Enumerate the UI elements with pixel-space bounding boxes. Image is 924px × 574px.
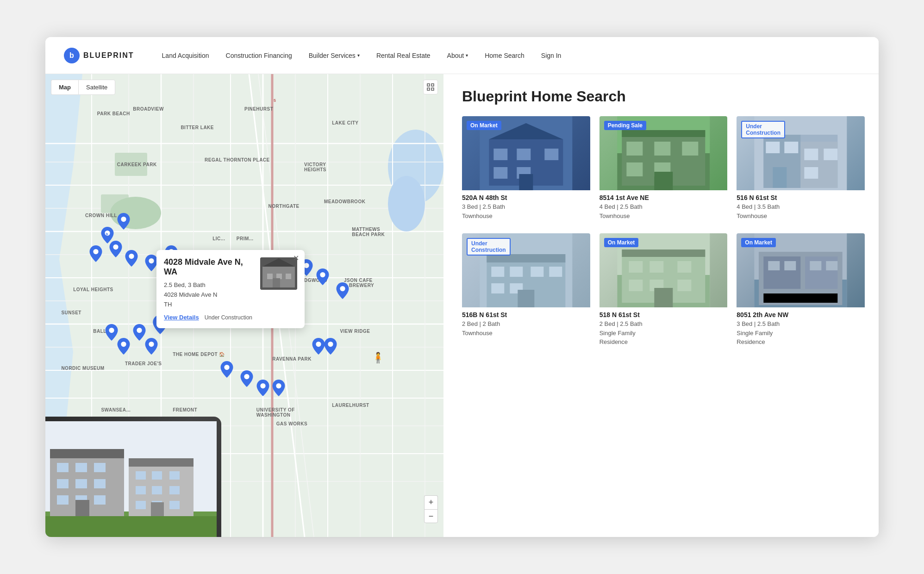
nav-rental-real-estate[interactable]: Rental Real Estate bbox=[376, 52, 431, 59]
map-pin[interactable] bbox=[133, 324, 146, 341]
map-pin[interactable] bbox=[220, 361, 233, 378]
area-label-sunset: SUNSET bbox=[61, 310, 81, 315]
listing-details-2: 4 Bed | 2.5 Bath Townhouse bbox=[599, 202, 728, 220]
chevron-down-icon: ▾ bbox=[466, 53, 468, 58]
svg-rect-150 bbox=[677, 280, 691, 291]
listing-card-1[interactable]: On Market 520A N 48th St 3 Bed | 2.5 Bat… bbox=[462, 116, 590, 224]
map-view-button[interactable]: Map bbox=[51, 80, 78, 95]
svg-rect-95 bbox=[136, 486, 146, 494]
listing-details-1: 3 Bed | 2.5 Bath Townhouse bbox=[462, 202, 590, 220]
svg-rect-148 bbox=[629, 280, 643, 291]
svg-rect-120 bbox=[654, 172, 673, 190]
map-expand-button[interactable] bbox=[423, 80, 438, 94]
nav-home-search[interactable]: Home Search bbox=[485, 52, 524, 59]
svg-rect-78 bbox=[50, 449, 124, 458]
satellite-view-button[interactable]: Satellite bbox=[78, 80, 115, 95]
nav-construction-financing[interactable]: Construction Financing bbox=[226, 52, 292, 59]
map-pin[interactable] bbox=[256, 380, 269, 396]
svg-rect-140 bbox=[518, 290, 534, 307]
map-pin[interactable] bbox=[312, 338, 325, 355]
map-container: 5 BROADVIEW BITTER LAKE PINEHURST LAKE C… bbox=[45, 74, 443, 537]
map-pin[interactable] bbox=[324, 338, 337, 355]
map-pin[interactable] bbox=[336, 282, 349, 299]
svg-point-55 bbox=[316, 342, 321, 347]
popup-view-details-link[interactable]: View Details bbox=[164, 314, 199, 321]
panel-title: Blueprint Home Search bbox=[462, 88, 865, 105]
map-pin[interactable] bbox=[145, 255, 158, 271]
svg-point-49 bbox=[149, 342, 154, 347]
listing-badge-5: On Market bbox=[604, 238, 639, 247]
nav-builder-services[interactable]: Builder Services ▾ bbox=[309, 52, 360, 59]
area-label-gas-works: Gas Works bbox=[276, 421, 307, 426]
listing-address-1: 520A N 48th St bbox=[462, 194, 590, 201]
listing-details-4: 2 Bed | 2 Bath Townhouse bbox=[462, 319, 590, 337]
listing-card-2[interactable]: Pending Sale 8514 1st Ave NE 4 Bed | 2.5… bbox=[599, 116, 728, 224]
listing-address-6: 8051 2th Ave NW bbox=[737, 311, 865, 318]
svg-rect-146 bbox=[649, 261, 663, 273]
svg-point-2 bbox=[388, 130, 443, 204]
map-pin[interactable] bbox=[145, 338, 158, 355]
map-pin[interactable] bbox=[117, 213, 130, 230]
listing-info-2: 8514 1st Ave NE 4 Bed | 2.5 Bath Townhou… bbox=[599, 190, 728, 224]
map-pin[interactable] bbox=[272, 380, 285, 396]
nav-links: Land Acquisition Construction Financing … bbox=[162, 52, 860, 59]
svg-text:b: b bbox=[106, 232, 108, 236]
listing-info-6: 8051 2th Ave NW 3 Bed | 2.5 Bath Single … bbox=[737, 307, 865, 350]
svg-rect-79 bbox=[57, 463, 69, 472]
listing-details-6: 3 Bed | 2.5 Bath Single Family Residence bbox=[737, 319, 865, 347]
svg-point-47 bbox=[137, 328, 142, 333]
map-pin[interactable] bbox=[89, 245, 102, 262]
svg-rect-144 bbox=[622, 250, 705, 257]
svg-rect-101 bbox=[151, 502, 164, 516]
popup-status-label: Under Construction bbox=[205, 314, 252, 321]
listing-card-3[interactable]: UnderConstruction 516 N 61st St 4 Bed | … bbox=[737, 116, 865, 224]
nav-about[interactable]: About ▾ bbox=[447, 52, 468, 59]
nav-land-acquisition[interactable]: Land Acquisition bbox=[162, 52, 209, 59]
area-label-regal: Regal Thornton Place bbox=[205, 157, 270, 162]
map-pin[interactable] bbox=[316, 268, 329, 285]
svg-point-52 bbox=[304, 263, 309, 268]
svg-rect-87 bbox=[94, 495, 106, 505]
svg-rect-61 bbox=[427, 84, 430, 86]
listing-card-4[interactable]: UnderConstruction 516B N 61st St 2 Bed |… bbox=[462, 233, 590, 350]
map-pin[interactable] bbox=[240, 370, 253, 387]
svg-rect-34 bbox=[101, 194, 129, 213]
svg-point-42 bbox=[129, 254, 134, 259]
street-view-icon[interactable]: 🧍 bbox=[372, 352, 384, 364]
svg-rect-94 bbox=[169, 471, 180, 480]
listing-card-6[interactable]: On Market 8051 2th Ave NW 3 Bed | 2.5 Ba… bbox=[737, 233, 865, 350]
map-pin[interactable] bbox=[105, 324, 118, 341]
listing-card-5[interactable]: On Market 518 N 61st St 2 Bed | 2.5 Bath… bbox=[599, 233, 728, 350]
building-preview-image bbox=[45, 417, 221, 537]
svg-rect-162 bbox=[826, 261, 838, 270]
svg-rect-64 bbox=[431, 88, 434, 90]
map-pin[interactable] bbox=[109, 241, 122, 257]
area-label-pinehurst: PINEHURST bbox=[244, 106, 273, 112]
svg-rect-88 bbox=[75, 500, 89, 516]
zoom-out-button[interactable]: − bbox=[424, 509, 438, 523]
logo-icon: b bbox=[64, 48, 80, 63]
area-label-northgate: NORTHGATE bbox=[268, 204, 300, 209]
area-label-bitter-lake: BITTER LAKE bbox=[181, 125, 214, 130]
map-pin[interactable] bbox=[117, 338, 130, 355]
svg-point-53 bbox=[320, 272, 325, 277]
svg-point-43 bbox=[149, 258, 154, 263]
svg-rect-84 bbox=[94, 479, 106, 488]
listing-badge-1: On Market bbox=[467, 121, 501, 130]
nav-sign-in[interactable]: Sign In bbox=[541, 52, 562, 59]
listing-info-5: 518 N 61st St 2 Bed | 2.5 Bath Single Fa… bbox=[599, 307, 728, 350]
svg-rect-115 bbox=[626, 142, 643, 156]
zoom-in-button[interactable]: + bbox=[424, 495, 438, 509]
svg-rect-160 bbox=[785, 261, 796, 270]
svg-rect-98 bbox=[136, 501, 146, 509]
listing-address-5: 518 N 61st St bbox=[599, 311, 728, 318]
area-label-prim: PRIM... bbox=[237, 236, 254, 241]
svg-point-39 bbox=[121, 217, 126, 222]
svg-rect-106 bbox=[517, 149, 531, 160]
map-pin[interactable] bbox=[125, 250, 138, 267]
svg-rect-135 bbox=[510, 267, 523, 277]
area-label-carkeek: Carkeek Park bbox=[117, 162, 157, 167]
popup-close-button[interactable]: ✕ bbox=[293, 254, 299, 262]
browser-window: b BLUEPRINT Land Acquisition Constructio… bbox=[45, 37, 879, 537]
logo[interactable]: b BLUEPRINT bbox=[64, 48, 134, 63]
